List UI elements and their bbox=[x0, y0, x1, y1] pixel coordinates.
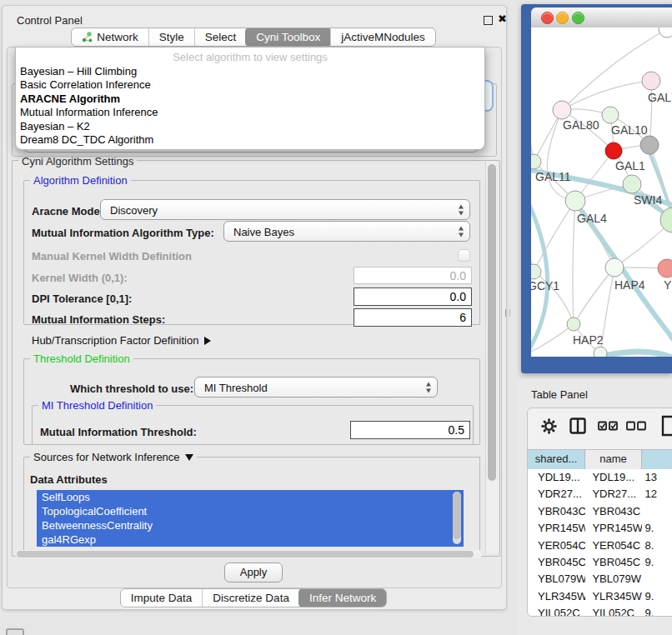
algorithm-option-basic-correlation-inference[interactable]: Basic Correlation Inference bbox=[16, 78, 484, 92]
attribute-betweennesscentrality[interactable]: BetweennessCentrality bbox=[37, 518, 464, 532]
bottom-tab-discretize-data[interactable]: Discretize Data bbox=[202, 589, 299, 607]
table-row[interactable]: YBR045CYBR045C9. bbox=[528, 554, 672, 571]
algorithm-option-bayesian-hill-climbing[interactable]: Bayesian – Hill Climbing bbox=[16, 65, 484, 78]
kernel-width-label: Kernel Width (0,1): bbox=[32, 272, 128, 284]
mi-threshold-input[interactable] bbox=[350, 421, 470, 439]
node-label-gal11: GAL11 bbox=[535, 170, 571, 183]
hub-section-toggle[interactable]: Hub/Transcription Factor Definition bbox=[32, 334, 211, 347]
table-row[interactable]: YDR27...YDR27...12 bbox=[528, 486, 672, 502]
dpi-tolerance-input[interactable] bbox=[354, 288, 472, 306]
close-traffic-light-icon[interactable] bbox=[541, 12, 554, 24]
sources-group-toggle[interactable]: Sources for Network Inference bbox=[30, 451, 197, 463]
aracne-mode-label: Aracne Mode: bbox=[32, 205, 103, 218]
top-tab-group: NetworkStyleSelectCyni ToolboxjActiveMNo… bbox=[71, 28, 436, 47]
mi-steps-label: Mutual Information Steps: bbox=[32, 313, 165, 326]
algorithm-dropdown-placeholder: Select algorithm to view settings bbox=[16, 51, 484, 63]
attribute-selfloops[interactable]: SelfLoops bbox=[37, 490, 464, 504]
attribute-topologicalcoefficient[interactable]: TopologicalCoefficient bbox=[37, 504, 464, 518]
node-hap4[interactable] bbox=[605, 258, 624, 277]
split-columns-icon[interactable] bbox=[569, 418, 586, 434]
table-cell: YLR345W bbox=[585, 588, 642, 605]
split-pane-grip[interactable] bbox=[505, 309, 510, 317]
table-cell bbox=[642, 503, 672, 520]
column-header-shared[interactable]: shared... bbox=[528, 450, 585, 469]
node-gal7[interactable] bbox=[642, 72, 660, 90]
table-row[interactable]: YLR345WYLR345W9. bbox=[528, 588, 672, 605]
node-item[interactable] bbox=[594, 347, 607, 357]
algorithm-option-dream8-dc-tdc-algorithm[interactable]: Dream8 DC_TDC Algorithm bbox=[16, 133, 484, 147]
bottom-tab-impute-data[interactable]: Impute Data bbox=[121, 589, 203, 607]
table-cell: YBR043C bbox=[528, 503, 585, 520]
node-hap2[interactable] bbox=[567, 318, 580, 331]
algorithm-option-bayesian-k2[interactable]: Bayesian – K2 bbox=[16, 120, 484, 133]
manual-kernel-checkbox[interactable] bbox=[458, 249, 470, 262]
node-item[interactable] bbox=[659, 28, 672, 38]
column-header-item[interactable] bbox=[642, 450, 672, 469]
table-cell: YBR045C bbox=[585, 554, 642, 571]
algorithm-option-mutual-information-inference[interactable]: Mutual Information Inference bbox=[16, 106, 484, 119]
table-cell: YDL19... bbox=[528, 469, 585, 486]
settings-vertical-scrollbar[interactable] bbox=[485, 162, 498, 553]
node-gal4[interactable] bbox=[565, 191, 585, 211]
checked-boxes-icon[interactable] bbox=[598, 421, 619, 431]
table-row[interactable]: YER054CYER054C8. bbox=[528, 538, 672, 554]
mi-algorithm-type-combo[interactable]: Naive Bayes bbox=[223, 221, 470, 242]
data-attributes-label: Data Attributes bbox=[30, 473, 108, 486]
network-window-titlebar[interactable] bbox=[531, 8, 672, 28]
unchecked-boxes-icon[interactable] bbox=[626, 421, 647, 431]
node-label-y: Y bbox=[664, 278, 672, 292]
table-cell: YLR345W bbox=[528, 588, 585, 605]
table-row[interactable]: YPR145WYPR145W9. bbox=[528, 520, 672, 537]
table-cell: YBL079W bbox=[585, 571, 642, 588]
node-gal1[interactable] bbox=[605, 142, 622, 159]
zoom-traffic-light-icon[interactable] bbox=[572, 12, 584, 24]
table-cell: YDR27... bbox=[585, 486, 642, 502]
kernel-width-input[interactable] bbox=[354, 267, 472, 284]
table-cell: YDL19... bbox=[585, 469, 642, 486]
close-icon[interactable]: ✖ bbox=[498, 12, 507, 25]
node-label-hap4: HAP4 bbox=[614, 278, 645, 292]
table-toolbar bbox=[528, 408, 672, 449]
tab-style[interactable]: Style bbox=[148, 28, 194, 46]
float-window-icon[interactable] bbox=[484, 16, 493, 25]
table-cell: YIL052C bbox=[528, 605, 585, 617]
threshold-definition-title: Threshold Definition bbox=[30, 352, 133, 365]
network-canvas[interactable]: GAL7GAL80GAL10GAL1GAL11SWI4GAL4GCY1HAP4Y… bbox=[531, 28, 672, 357]
which-threshold-combo[interactable]: MI Threshold bbox=[194, 377, 438, 398]
table-cell: 9. bbox=[642, 520, 672, 537]
node-gal80[interactable] bbox=[553, 101, 571, 119]
table-row[interactable]: YDL19...YDL19...13 bbox=[528, 469, 672, 486]
mi-threshold-group-title: MI Threshold Definition bbox=[38, 399, 156, 412]
table-row[interactable]: YBR043CYBR043C bbox=[528, 503, 672, 520]
tab-select[interactable]: Select bbox=[194, 28, 247, 46]
table-row[interactable]: YBL079WYBL079W bbox=[528, 571, 672, 588]
tab-label: Cyni Toolbox bbox=[256, 31, 320, 43]
algorithm-option-aracne-algorithm[interactable]: ARACNE Algorithm bbox=[16, 92, 484, 106]
gear-icon[interactable] bbox=[541, 418, 557, 434]
node-gal10[interactable] bbox=[602, 107, 619, 123]
apply-button[interactable]: Apply bbox=[224, 562, 283, 582]
data-attributes-list: SelfLoopsTopologicalCoefficientBetweenne… bbox=[37, 490, 464, 547]
table-row[interactable]: YIL052CYIL052C9. bbox=[528, 605, 672, 617]
node-y[interactable] bbox=[658, 259, 672, 278]
tab-cyni-toolbox[interactable]: Cyni Toolbox bbox=[245, 28, 331, 47]
minimize-traffic-light-icon[interactable] bbox=[556, 12, 569, 24]
mi-steps-input[interactable] bbox=[354, 308, 472, 327]
settings-horizontal-scrollbar[interactable] bbox=[15, 550, 482, 558]
tab-jactivemnodules[interactable]: jActiveMNodules bbox=[330, 28, 435, 46]
tab-label: Discretize Data bbox=[213, 592, 289, 604]
attribute-list-scrollbar[interactable] bbox=[453, 492, 461, 544]
table-document-icon[interactable] bbox=[661, 415, 672, 437]
aracne-mode-combo[interactable]: Discovery bbox=[100, 199, 470, 220]
collapsed-panel-button[interactable] bbox=[6, 628, 24, 635]
node-swi4[interactable] bbox=[623, 175, 641, 193]
node-item[interactable] bbox=[640, 136, 659, 154]
hub-section-label: Hub/Transcription Factor Definition bbox=[32, 334, 198, 347]
attribute-gal4rgexp[interactable]: gal4RGexp bbox=[37, 532, 464, 547]
bottom-tab-infer-network[interactable]: Infer Network bbox=[298, 588, 387, 608]
column-header-name[interactable]: name bbox=[585, 450, 642, 469]
node-label-gcy1: GCY1 bbox=[531, 279, 559, 292]
tab-network[interactable]: Network bbox=[72, 28, 148, 46]
bottom-tab-bar: Impute DataDiscretize DataInfer Network bbox=[2, 588, 505, 608]
table-cell: YDR27... bbox=[528, 486, 585, 502]
